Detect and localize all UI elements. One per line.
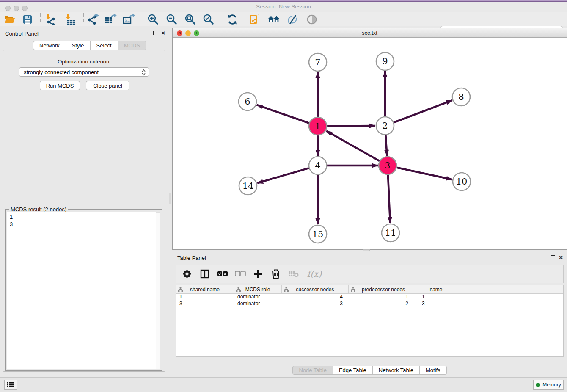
hide-details-icon[interactable] bbox=[286, 14, 299, 25]
criterion-dropdown[interactable]: strongly connected component bbox=[19, 67, 149, 77]
import-network-icon[interactable] bbox=[44, 14, 57, 25]
network-canvas[interactable]: 7968124314101511 bbox=[173, 38, 567, 249]
graph-node-3[interactable]: 3 bbox=[379, 157, 396, 174]
svg-text:9: 9 bbox=[382, 56, 388, 66]
table-cell[interactable]: 3 bbox=[176, 301, 234, 307]
mcds-result-title: MCDS result (2 nodes) bbox=[9, 206, 68, 213]
close-panel-button[interactable]: Close panel bbox=[86, 81, 129, 90]
table-row[interactable]: 3dominator323 bbox=[176, 301, 563, 307]
edge-1-2[interactable] bbox=[327, 126, 375, 126]
svg-text:11: 11 bbox=[385, 228, 396, 238]
zoom-out-icon[interactable] bbox=[165, 14, 178, 25]
svg-text:15: 15 bbox=[312, 229, 324, 239]
toolbar-separator bbox=[83, 13, 84, 25]
fit-content-icon[interactable] bbox=[184, 14, 197, 25]
mcds-result-text: 1 3 bbox=[10, 213, 13, 228]
save-session-icon[interactable] bbox=[21, 14, 34, 25]
graph-node-6[interactable]: 6 bbox=[239, 93, 256, 110]
column-header-shared-name[interactable]: shared name bbox=[176, 285, 234, 293]
refresh-layout-icon[interactable] bbox=[226, 14, 239, 25]
window-titlebar[interactable]: Session: New Session bbox=[0, 2, 567, 12]
gear-icon[interactable] bbox=[181, 268, 193, 280]
tab-network[interactable]: Network bbox=[33, 41, 66, 50]
zoom-in-icon[interactable] bbox=[147, 14, 160, 25]
tab-select[interactable]: Select bbox=[91, 41, 118, 50]
column-header-predecessor-nodes[interactable]: predecessor nodes bbox=[349, 285, 418, 293]
toolbar-separator bbox=[144, 13, 144, 25]
close-table-panel-icon[interactable]: × bbox=[559, 255, 563, 259]
float-table-panel-icon[interactable] bbox=[551, 255, 555, 259]
graph-node-4[interactable]: 4 bbox=[309, 157, 327, 174]
export-network-icon[interactable] bbox=[86, 14, 99, 25]
edge-2-8[interactable] bbox=[394, 100, 452, 122]
table-row[interactable]: 1dominator411 bbox=[176, 294, 563, 301]
network-window-titlebar[interactable]: ✕ − + scc.txt bbox=[173, 28, 567, 38]
graph-node-7[interactable]: 7 bbox=[309, 53, 327, 71]
graph-node-10[interactable]: 10 bbox=[453, 173, 471, 190]
delete-table-icon[interactable] bbox=[288, 268, 300, 280]
import-table-icon[interactable] bbox=[63, 14, 76, 25]
svg-text:6: 6 bbox=[245, 97, 250, 107]
edge-3-1[interactable] bbox=[326, 131, 380, 161]
edge-3-11[interactable] bbox=[388, 175, 390, 223]
graph-node-14[interactable]: 14 bbox=[239, 177, 257, 195]
graph-node-9[interactable]: 9 bbox=[376, 52, 394, 70]
tab-mcds[interactable]: MCDS bbox=[118, 41, 146, 50]
memory-status-icon bbox=[536, 383, 540, 387]
clone-network-icon[interactable] bbox=[249, 14, 262, 25]
table-header-row: shared nameMCDS rolesuccessor nodesprede… bbox=[176, 285, 563, 294]
export-image-icon[interactable] bbox=[123, 14, 135, 25]
table-cell[interactable]: 3 bbox=[418, 301, 454, 307]
edge-1-6[interactable] bbox=[257, 105, 309, 123]
graph-node-15[interactable]: 15 bbox=[309, 225, 327, 243]
tree-icon bbox=[236, 287, 241, 292]
table-cell[interactable]: 1 bbox=[176, 294, 234, 301]
window-title: Session: New Session bbox=[0, 3, 567, 10]
tab-network-table[interactable]: Network Table bbox=[373, 366, 420, 375]
table-cell[interactable]: 2 bbox=[349, 301, 418, 307]
table-cell[interactable]: dominator bbox=[234, 294, 282, 301]
close-panel-icon[interactable]: × bbox=[161, 31, 165, 35]
zoom-selected-icon[interactable] bbox=[202, 14, 215, 25]
edge-4-14[interactable] bbox=[257, 168, 309, 183]
application-window: Session: New Session bbox=[0, 0, 567, 392]
delete-icon[interactable] bbox=[270, 268, 282, 280]
panel-splitter-handle[interactable] bbox=[169, 193, 171, 204]
graph-node-11[interactable]: 11 bbox=[382, 224, 399, 242]
result-scrollbar[interactable] bbox=[156, 212, 160, 369]
clear-selection-icon[interactable] bbox=[234, 268, 246, 280]
column-header-MCDS-role[interactable]: MCDS role bbox=[234, 285, 282, 293]
edge-2-3[interactable] bbox=[385, 135, 387, 156]
tab-node-table[interactable]: Node Table bbox=[292, 366, 333, 375]
show-details-icon[interactable] bbox=[306, 14, 318, 25]
memory-button[interactable]: Memory bbox=[533, 380, 564, 390]
open-session-icon[interactable] bbox=[3, 14, 16, 25]
function-builder-icon[interactable]: f(x) bbox=[306, 268, 323, 280]
run-mcds-button[interactable]: Run MCDS bbox=[40, 81, 80, 90]
tab-edge-table[interactable]: Edge Table bbox=[333, 366, 373, 375]
export-table-icon[interactable] bbox=[104, 14, 117, 25]
table-cell[interactable]: 4 bbox=[282, 294, 349, 301]
select-all-icon[interactable] bbox=[217, 268, 228, 280]
table-cell[interactable]: 1 bbox=[349, 294, 418, 301]
tab-motifs[interactable]: Motifs bbox=[420, 366, 447, 375]
graph-node-1[interactable]: 1 bbox=[309, 117, 327, 135]
table-cell[interactable]: dominator bbox=[234, 301, 282, 307]
mcds-result-area[interactable]: 1 3 bbox=[7, 212, 156, 369]
table-cell[interactable]: 1 bbox=[418, 294, 454, 301]
column-header-name[interactable]: name bbox=[418, 285, 454, 293]
table-cell[interactable]: 3 bbox=[282, 301, 349, 307]
task-history-button[interactable] bbox=[4, 380, 17, 390]
home-icon[interactable] bbox=[268, 14, 281, 25]
float-panel-icon[interactable] bbox=[153, 31, 157, 35]
horizontal-splitter-handle[interactable] bbox=[363, 249, 370, 251]
tab-style[interactable]: Style bbox=[66, 41, 91, 50]
graph-node-2[interactable]: 2 bbox=[376, 117, 394, 135]
columns-icon[interactable] bbox=[199, 268, 211, 280]
add-icon[interactable] bbox=[252, 268, 264, 280]
graph-node-8[interactable]: 8 bbox=[452, 88, 470, 106]
column-header-successor-nodes[interactable]: successor nodes bbox=[282, 285, 349, 293]
main-toolbar bbox=[0, 12, 567, 26]
edge-3-10[interactable] bbox=[396, 168, 452, 179]
svg-text:2: 2 bbox=[382, 121, 388, 131]
